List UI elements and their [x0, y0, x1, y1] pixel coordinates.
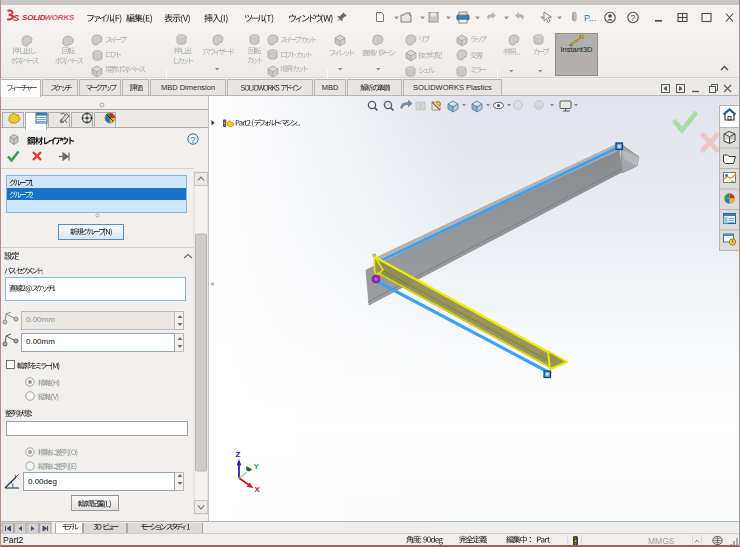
- svg-text:S: S: [13, 12, 20, 23]
- svg-text:?: ?: [190, 135, 195, 145]
- svg-text:P...: P...: [584, 13, 596, 23]
- svg-text:SOLID: SOLID: [22, 13, 46, 22]
- svg-text:X: X: [255, 485, 261, 494]
- svg-text:Z: Z: [236, 450, 241, 459]
- svg-text:?: ?: [631, 13, 636, 23]
- svg-text:Y: Y: [254, 462, 260, 471]
- svg-text:WORKS: WORKS: [45, 13, 76, 22]
